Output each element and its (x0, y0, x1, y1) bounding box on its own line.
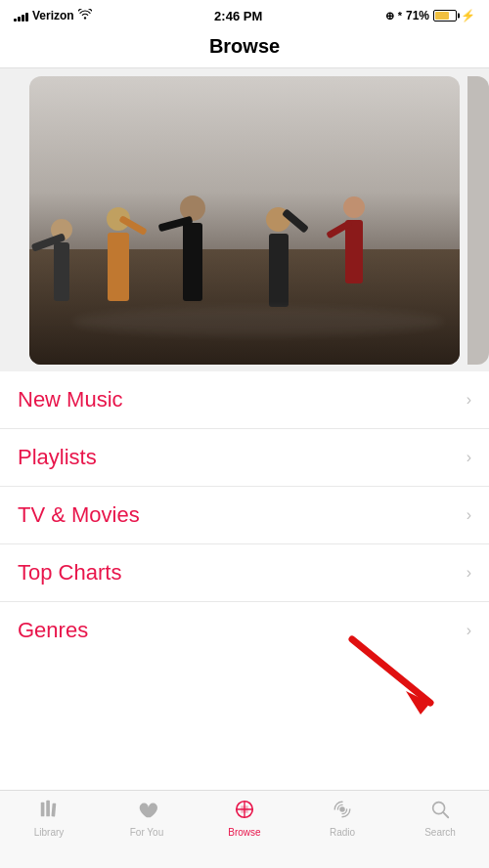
featured-carousel[interactable] (0, 68, 489, 371)
chevron-right-icon-tv-movies: › (467, 506, 471, 524)
chevron-right-icon-playlists: › (467, 449, 471, 466)
band-image (29, 76, 460, 365)
page-header: Browse (0, 29, 489, 68)
menu-item-new-music[interactable]: New Music › (0, 371, 489, 429)
carousel-peek-card[interactable] (467, 76, 489, 365)
menu-item-label-tv-movies: TV & Movies (18, 502, 140, 528)
location-icon: ⊕ (385, 10, 394, 22)
figure-1 (51, 219, 72, 301)
status-bar: Verizon 2:46 PM ⊕ * 71% ⚡ (0, 0, 489, 29)
svg-point-6 (339, 806, 345, 812)
battery-icon (433, 10, 457, 22)
charging-icon: ⚡ (461, 9, 475, 22)
menu-item-playlists[interactable]: Playlists › (0, 429, 489, 487)
carrier-label: Verizon (32, 9, 74, 22)
search-icon (428, 799, 452, 824)
status-right: ⊕ * 71% ⚡ (385, 9, 475, 22)
wifi-icon (78, 9, 92, 22)
chevron-right-icon-top-charts: › (467, 564, 471, 582)
page-title: Browse (0, 35, 489, 58)
menu-item-label-new-music: New Music (18, 387, 123, 412)
figure-3 (180, 195, 205, 301)
tab-library[interactable]: Library (0, 799, 98, 838)
tab-radio[interactable]: Radio (293, 799, 391, 838)
chevron-right-icon-new-music: › (467, 391, 471, 409)
library-icon (37, 799, 61, 824)
menu-item-label-genres: Genres (18, 618, 88, 643)
svg-rect-2 (41, 803, 45, 817)
svg-marker-1 (406, 691, 430, 715)
figure-2 (107, 207, 130, 301)
tab-radio-label: Radio (330, 827, 355, 838)
battery-percent: 71% (406, 9, 429, 22)
svg-rect-4 (51, 803, 56, 817)
carousel-main-card[interactable] (29, 76, 460, 365)
tab-for-you[interactable]: For You (98, 799, 196, 838)
tab-library-label: Library (34, 827, 65, 838)
browse-menu-list: New Music › Playlists › TV & Movies › To… (0, 371, 489, 659)
tab-browse[interactable]: Browse (196, 799, 293, 838)
status-left: Verizon (14, 9, 92, 22)
menu-item-label-top-charts: Top Charts (18, 560, 121, 586)
tab-bar: Library For You Browse (0, 790, 489, 868)
radio-icon (331, 799, 354, 824)
browse-icon (233, 799, 256, 824)
tab-browse-label: Browse (228, 827, 260, 838)
tab-for-you-label: For You (130, 827, 163, 838)
chevron-right-icon-genres: › (467, 622, 471, 639)
menu-item-label-playlists: Playlists (18, 445, 97, 470)
for-you-icon (135, 799, 158, 824)
signal-icon (14, 10, 28, 22)
time-display: 2:46 PM (214, 9, 262, 23)
svg-rect-3 (46, 801, 50, 817)
menu-item-tv-movies[interactable]: TV & Movies › (0, 487, 489, 544)
figure-4 (266, 207, 290, 307)
svg-line-8 (443, 812, 448, 817)
menu-item-top-charts[interactable]: Top Charts › (0, 544, 489, 602)
menu-item-genres[interactable]: Genres › (0, 602, 489, 659)
bluetooth-icon: * (398, 10, 402, 22)
tab-search[interactable]: Search (391, 799, 489, 838)
figure-5 (343, 196, 365, 283)
tab-search-label: Search (424, 827, 456, 838)
